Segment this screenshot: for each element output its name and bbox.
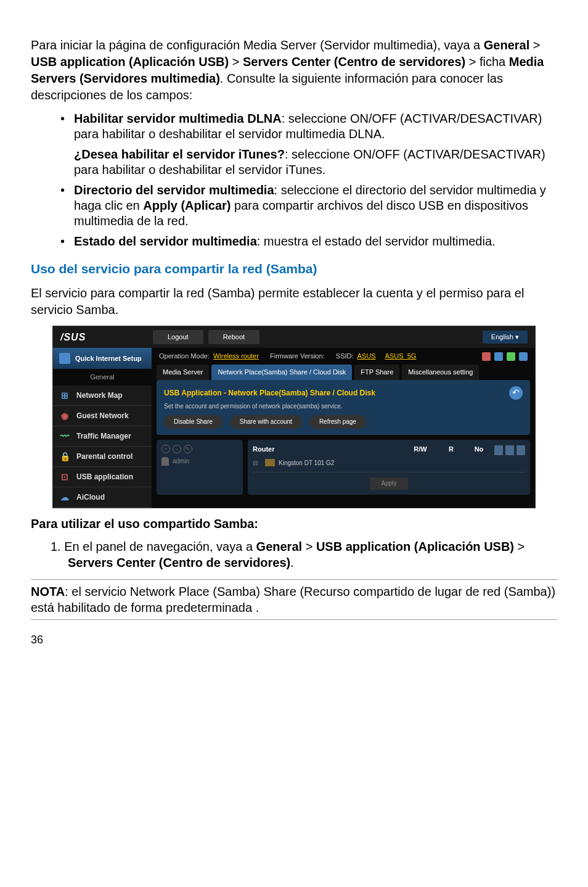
admin-user[interactable]: admin xyxy=(161,457,238,466)
divider xyxy=(31,619,557,620)
tab-network-place[interactable]: Network Place(Samba) Share / Cloud Disk xyxy=(211,365,352,380)
ssid-link[interactable]: ASUS xyxy=(357,352,376,361)
tab-misc[interactable]: Miscellaneous setting xyxy=(402,365,479,380)
ssid-link-5g[interactable]: ASUS_5G xyxy=(385,352,417,361)
sidebar-item-network-map[interactable]: ⊞ Network Map xyxy=(53,386,152,406)
disk-icon xyxy=(265,459,275,466)
ss-topbar: /SUS Logout Reboot English ▾ xyxy=(53,326,535,348)
main-panel: Operation Mode: Wireless router Firmware… xyxy=(152,348,535,508)
page-number: 36 xyxy=(31,632,557,647)
account-panel: + − ✎ admin xyxy=(157,440,243,495)
status-icon xyxy=(507,352,515,361)
sidebar-item-traffic-manager[interactable]: 〰 Traffic Manager xyxy=(53,426,152,447)
panel-title: USB Application - Network Place(Samba) S… xyxy=(164,388,375,398)
router-screenshot: /SUS Logout Reboot English ▾ Quick Inter… xyxy=(52,326,536,508)
guest-icon: ◉ xyxy=(59,410,70,421)
general-label: General xyxy=(53,369,152,386)
tab-bar: Media Server Network Place(Samba) Share … xyxy=(152,365,535,380)
col-r: R xyxy=(439,445,463,454)
disable-share-button[interactable]: Disable Share xyxy=(164,415,223,429)
bullet-item: ¿Desea habilitar el servidor iTunes?: se… xyxy=(74,147,557,178)
quick-internet-setup[interactable]: Quick Internet Setup xyxy=(53,348,152,369)
bullet-list: Habilitar servidor multimedia DLNA: sele… xyxy=(31,111,557,249)
cloud-icon: ☁ xyxy=(59,492,70,503)
table-row[interactable]: ⊟ Kingston DT 101 G2 xyxy=(253,456,525,470)
panel-subtitle: Set the account and permission of networ… xyxy=(164,402,523,411)
col-rw: R/W xyxy=(402,445,439,454)
qis-icon xyxy=(59,353,70,364)
remove-icon[interactable]: − xyxy=(173,445,181,453)
user-icon xyxy=(161,457,169,466)
status-icon xyxy=(519,352,528,361)
network-icon: ⊞ xyxy=(59,390,70,401)
reboot-button[interactable]: Reboot xyxy=(208,330,259,344)
bullet-item: Directorio del servidor multimedia: sele… xyxy=(74,183,557,229)
note: NOTA: el servicio Network Place (Samba) … xyxy=(31,582,557,617)
opmode-link[interactable]: Wireless router xyxy=(213,352,259,361)
back-icon[interactable]: ↶ xyxy=(509,386,523,400)
status-icon xyxy=(482,352,491,361)
col-no: No xyxy=(463,445,494,454)
bullet-item: Estado del servidor multimedia: muestra … xyxy=(74,234,557,249)
sidebar-item-parental-control[interactable]: 🔒 Parental control xyxy=(53,447,152,467)
asus-logo: /SUS xyxy=(60,331,153,344)
col-router: Router xyxy=(253,445,402,454)
step-1: 1. En el panel de navegación, vaya a Gen… xyxy=(31,538,557,571)
share-table: Router R/W R No ⊟ xyxy=(248,440,530,495)
usb-icon: ⊡ xyxy=(59,471,70,482)
logout-button[interactable]: Logout xyxy=(153,330,203,344)
parental-icon: 🔒 xyxy=(59,451,70,462)
bullet-item: Habilitar servidor multimedia DLNA: sele… xyxy=(74,111,557,142)
share-with-account-button[interactable]: Share with account xyxy=(230,415,302,429)
add-icon[interactable]: + xyxy=(161,445,170,453)
section-heading: Uso del servicio para compartir la red (… xyxy=(31,260,557,278)
sidebar-item-guest-network[interactable]: ◉ Guest Network xyxy=(53,406,152,426)
settings-panel: USB Application - Network Place(Samba) S… xyxy=(157,380,530,435)
sidebar-item-usb-application[interactable]: ⊡ USB application xyxy=(53,467,152,487)
refresh-page-button[interactable]: Refresh page xyxy=(309,415,366,429)
edit-icon[interactable]: ✎ xyxy=(184,445,192,453)
info-row: Operation Mode: Wireless router Firmware… xyxy=(152,348,535,365)
doc-icon[interactable] xyxy=(517,445,525,455)
traffic-icon: 〰 xyxy=(59,431,70,442)
intro-paragraph: Para iniciar la página de configuración … xyxy=(31,37,557,104)
section-text: El servicio para compartir la red (Samba… xyxy=(31,285,557,318)
language-selector[interactable]: English ▾ xyxy=(483,331,528,344)
divider xyxy=(31,579,557,580)
subsection-heading: Para utilizar el uso compartido Samba: xyxy=(31,516,557,532)
doc-icon[interactable] xyxy=(505,445,514,455)
sidebar: Quick Internet Setup General ⊞ Network M… xyxy=(53,348,152,508)
apply-button[interactable]: Apply xyxy=(370,477,407,490)
status-icon xyxy=(494,352,503,361)
tab-ftp-share[interactable]: FTP Share xyxy=(354,365,399,380)
doc-icon[interactable] xyxy=(494,445,503,455)
tab-media-server[interactable]: Media Server xyxy=(157,365,209,380)
sidebar-item-aicloud[interactable]: ☁ AiCloud xyxy=(53,487,152,508)
